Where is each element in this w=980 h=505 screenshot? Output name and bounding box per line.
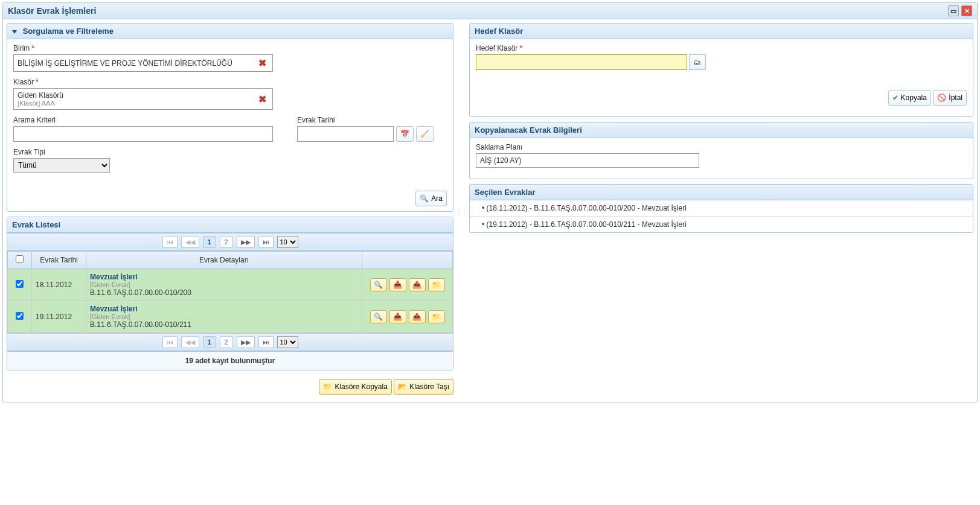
page-size-select[interactable]: 10	[277, 236, 298, 248]
preview-icon[interactable]: 🔍	[370, 278, 387, 291]
prev-page-icon[interactable]: ◀◀	[181, 236, 199, 248]
klasor-row: Klasör* Giden Klasörü [Klasör] AAA ✖	[13, 78, 447, 110]
birim-input[interactable]: BİLİŞİM İŞ GELİŞTİRME VE PROJE YÖNETİMİ …	[13, 54, 273, 72]
row-date: 18.11.2012	[32, 269, 86, 301]
klasor-value: Giden Klasörü	[18, 91, 256, 100]
selected-panel: Seçilen Evraklar • (18.11.2012) - B.11.6…	[469, 184, 973, 233]
page-1[interactable]: 1	[203, 236, 216, 248]
filter-panel-body: Birim* BİLİŞİM İŞ GELİŞTİRME VE PROJE YÖ…	[7, 39, 453, 211]
birim-row: Birim* BİLİŞİM İŞ GELİŞTİRME VE PROJE YÖ…	[13, 44, 447, 72]
tarih-label: Evrak Tarihi	[297, 116, 434, 124]
chevron-down-icon	[12, 30, 17, 34]
copy-to-folder-button[interactable]: 📁 Klasöre Kopyala	[319, 379, 391, 395]
selected-header: Seçilen Evraklar	[470, 185, 973, 200]
prev-page-icon[interactable]: ◀◀	[181, 336, 199, 348]
first-page-icon[interactable]: ⏮	[162, 236, 178, 248]
list-panel: Evrak Listesi ⏮ ◀◀ 1 2 ▶▶ ⏭ 10	[7, 217, 453, 370]
clear-birim-icon[interactable]: ✖	[256, 57, 269, 69]
page-2[interactable]: 2	[220, 336, 233, 348]
page-1[interactable]: 1	[203, 336, 216, 348]
filter-panel: Sorgulama ve Filtreleme Birim* BİLİŞİM İ…	[7, 23, 453, 212]
row-title: Mevzuat İşleri	[90, 305, 358, 313]
row-checkbox[interactable]	[16, 312, 24, 320]
folder-move-icon[interactable]: 📁	[428, 278, 445, 291]
next-page-icon[interactable]: ▶▶	[237, 236, 255, 248]
check-icon: ✔	[892, 94, 898, 102]
search-label: Ara	[431, 194, 443, 203]
klasor-input[interactable]: Giden Klasörü [Klasör] AAA ✖	[13, 88, 273, 110]
tip-row: Evrak Tipi Tümü	[13, 148, 447, 173]
plan-value: AİŞ (120 AY)	[480, 156, 521, 165]
calendar-icon[interactable]: 📅	[396, 126, 414, 142]
search-button[interactable]: 🔍 Ara	[415, 191, 447, 206]
first-page-icon[interactable]: ⏮	[162, 336, 178, 348]
klasor-sub: [Klasör] AAA	[18, 100, 256, 107]
restore-icon[interactable]: ▭	[948, 5, 959, 16]
arama-label: Arama Kriteri	[13, 116, 273, 124]
window-controls: ▭ ✕	[948, 5, 972, 16]
col-details: Evrak Detayları	[86, 252, 362, 269]
bottom-buttons: 📁 Klasöre Kopyala 📂 Klasöre Taşı	[7, 375, 453, 398]
row-date: 19.11.2012	[32, 301, 86, 333]
list-panel-header: Evrak Listesi	[7, 217, 453, 233]
select-all-checkbox[interactable]	[16, 255, 24, 263]
criteria-date-row: Arama Kriteri Evrak Tarihi 📅 🧹	[13, 116, 447, 148]
last-page-icon[interactable]: ⏭	[258, 336, 274, 348]
search-icon: 🔍	[420, 194, 429, 203]
row-checkbox[interactable]	[16, 280, 24, 288]
folder-in-icon[interactable]: 📥	[389, 310, 406, 323]
target-folder-input[interactable]	[476, 54, 687, 70]
plan-label: Saklama Planı	[476, 143, 967, 151]
filter-header-label: Sorgulama ve Filtreleme	[23, 27, 114, 36]
birim-label: Birim*	[13, 44, 447, 52]
target-header: Hedef Klasör	[470, 24, 973, 39]
copy-button[interactable]: ✔ Kopyala	[888, 90, 931, 106]
preview-icon[interactable]: 🔍	[370, 310, 387, 323]
arama-input[interactable]	[13, 126, 273, 142]
status-bar: 19 adet kayıt bulunmuştur	[7, 351, 453, 370]
tip-label: Evrak Tipi	[13, 148, 447, 156]
row-sub: [Giden Evrak]	[90, 281, 358, 288]
klasor-label: Klasör*	[13, 78, 447, 86]
search-row: 🔍 Ara	[13, 191, 447, 206]
page-2[interactable]: 2	[220, 236, 233, 248]
cancel-button[interactable]: 🚫 İptal	[933, 90, 967, 106]
table-row[interactable]: 19.11.2012 Mevzuat İşleri [Giden Evrak] …	[8, 301, 453, 333]
right-pane: Hedef Klasör Hedef Klasör* 🗂 ✔ Kopyala	[469, 23, 973, 238]
row-title: Mevzuat İşleri	[90, 273, 358, 281]
folder-copy-icon: 📁	[323, 383, 332, 391]
next-page-icon[interactable]: ▶▶	[237, 336, 255, 348]
tarih-input[interactable]	[297, 126, 394, 142]
evrak-table: Evrak Tarihi Evrak Detayları 18.11.2012 …	[7, 251, 453, 333]
copy-info-header: Kopyalanacak Evrak Bilgileri	[470, 122, 973, 138]
page-size-select[interactable]: 10	[277, 336, 298, 348]
folder-out-icon[interactable]: 📤	[409, 310, 426, 323]
clear-klasor-icon[interactable]: ✖	[256, 94, 269, 105]
splitter-handle[interactable]: ⋮⋮	[458, 23, 464, 398]
selected-item: • (18.11.2012) - B.11.6.TAŞ.0.07.00.00-0…	[470, 200, 973, 216]
tip-select[interactable]: Tümü	[13, 158, 110, 173]
row-code: B.11.6.TAŞ.0.07.00.00-010/211	[90, 320, 358, 329]
pager-top: ⏮ ◀◀ 1 2 ▶▶ ⏭ 10	[7, 233, 453, 251]
copy-info-panel: Kopyalanacak Evrak Bilgileri Saklama Pla…	[469, 122, 973, 179]
folder-move-icon[interactable]: 📁	[428, 310, 445, 323]
target-label: Hedef Klasör*	[476, 44, 967, 52]
selected-item: • (19.11.2012) - B.11.6.TAŞ.0.07.00.00-0…	[470, 216, 973, 232]
folder-lookup-icon[interactable]: 🗂	[689, 54, 706, 70]
filter-panel-header[interactable]: Sorgulama ve Filtreleme	[7, 24, 453, 39]
clear-date-icon[interactable]: 🧹	[416, 126, 434, 142]
plan-value-box: AİŞ (120 AY)	[476, 153, 699, 168]
folder-in-icon[interactable]: 📥	[389, 278, 406, 291]
left-pane: Sorgulama ve Filtreleme Birim* BİLİŞİM İ…	[7, 23, 453, 398]
close-icon[interactable]: ✕	[961, 5, 972, 16]
col-date: Evrak Tarihi	[32, 252, 86, 269]
birim-value: BİLİŞİM İŞ GELİŞTİRME VE PROJE YÖNETİMİ …	[18, 59, 256, 68]
row-sub: [Giden Evrak]	[90, 313, 358, 320]
table-row[interactable]: 18.11.2012 Mevzuat İşleri [Giden Evrak] …	[8, 269, 453, 301]
folder-out-icon[interactable]: 📤	[409, 278, 426, 291]
move-to-folder-button[interactable]: 📂 Klasöre Taşı	[394, 379, 453, 395]
main-window: Klasör Evrak İşlemleri ▭ ✕ Sorgulama ve …	[2, 2, 978, 402]
body-split: Sorgulama ve Filtreleme Birim* BİLİŞİM İ…	[3, 19, 977, 402]
window-title: Klasör Evrak İşlemleri	[8, 6, 96, 16]
last-page-icon[interactable]: ⏭	[258, 236, 274, 248]
